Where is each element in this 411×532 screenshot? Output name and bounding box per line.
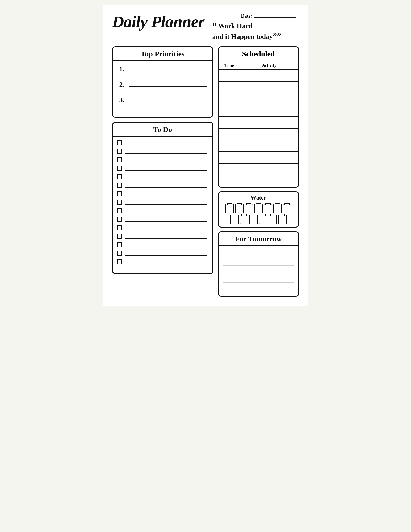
schedule-activity-cell[interactable] <box>240 163 298 175</box>
right-column: Scheduled Time Activity <box>218 46 299 297</box>
water-cup-11[interactable] <box>259 215 267 224</box>
todo-checkbox[interactable] <box>117 259 122 264</box>
water-box: Water <box>218 191 299 228</box>
todo-line[interactable] <box>125 251 207 256</box>
priority-number-1: 1. <box>119 65 129 73</box>
todo-line[interactable] <box>125 174 207 179</box>
todo-checkbox[interactable] <box>117 183 122 188</box>
schedule-time-cell[interactable] <box>219 93 240 105</box>
tomorrow-line[interactable] <box>223 275 294 283</box>
water-cup-5[interactable] <box>264 204 272 213</box>
schedule-activity-cell[interactable] <box>240 128 298 140</box>
todo-checkbox[interactable] <box>117 208 122 213</box>
schedule-activity-cell[interactable] <box>240 105 298 117</box>
schedule-activity-cell[interactable] <box>240 70 298 81</box>
todo-checkbox[interactable] <box>117 174 122 179</box>
schedule-time-cell[interactable] <box>219 163 240 175</box>
priorities-header: Top Priorities <box>113 47 212 61</box>
schedule-activity-cell[interactable] <box>240 140 298 152</box>
todo-item <box>117 183 207 188</box>
water-cup-10[interactable] <box>249 215 258 224</box>
todo-checkbox[interactable] <box>117 166 122 171</box>
schedule-time-cell[interactable] <box>219 105 240 117</box>
schedule-activity-cell[interactable] <box>240 175 298 187</box>
schedule-time-cell[interactable] <box>219 152 240 163</box>
schedule-activity-cell[interactable] <box>240 152 298 163</box>
water-cup-6[interactable] <box>273 204 282 213</box>
todo-item <box>117 242 207 247</box>
schedule-activity-cell[interactable] <box>240 81 298 93</box>
todo-item <box>117 259 207 264</box>
todo-line[interactable] <box>125 259 207 264</box>
priority-number-2: 2. <box>119 81 129 89</box>
tomorrow-line[interactable] <box>223 250 294 257</box>
planner-page: Daily Planner Date: “ Work Hard and it H… <box>103 5 308 306</box>
todo-line[interactable] <box>125 225 207 230</box>
main-content: Top Priorities 1. 2. 3. <box>112 46 299 297</box>
todo-checkbox[interactable] <box>117 217 122 222</box>
priority-line-3[interactable] <box>129 96 207 102</box>
todo-checkbox[interactable] <box>117 225 122 230</box>
schedule-time-cell[interactable] <box>219 128 240 140</box>
priority-line-1[interactable] <box>129 65 207 71</box>
water-cup-3[interactable] <box>245 204 253 213</box>
quote-open: “ <box>212 21 216 31</box>
schedule-time-cell[interactable] <box>219 117 240 128</box>
todo-line[interactable] <box>125 140 207 145</box>
todo-checkbox[interactable] <box>117 234 122 239</box>
todo-checkbox[interactable] <box>117 157 122 162</box>
schedule-row <box>219 152 298 163</box>
schedule-row <box>219 163 298 175</box>
water-cup-7[interactable] <box>283 204 291 213</box>
todo-checkbox[interactable] <box>117 242 122 247</box>
water-cup-8[interactable] <box>230 215 239 224</box>
quote-close: ”” <box>273 31 281 41</box>
todo-line[interactable] <box>125 191 207 196</box>
schedule-row <box>219 128 298 140</box>
todo-checkbox[interactable] <box>117 149 122 154</box>
todo-checkbox[interactable] <box>117 251 122 256</box>
water-cup-2[interactable] <box>235 204 244 213</box>
todo-box: To Do <box>112 122 213 274</box>
water-cup-12[interactable] <box>269 215 277 224</box>
todo-line[interactable] <box>125 208 207 213</box>
date-underline-field[interactable] <box>254 17 296 18</box>
quote-line1: Work Hard <box>218 22 252 30</box>
schedule-time-cell[interactable] <box>219 81 240 93</box>
priority-line-2[interactable] <box>129 81 207 87</box>
schedule-time-cell[interactable] <box>219 70 240 81</box>
todo-checkbox[interactable] <box>117 140 122 145</box>
todo-line[interactable] <box>125 149 207 154</box>
todo-line[interactable] <box>125 157 207 162</box>
water-cup-13[interactable] <box>278 215 287 224</box>
time-column-header: Time <box>219 61 240 70</box>
todo-checkbox[interactable] <box>117 200 122 205</box>
tomorrow-line[interactable] <box>223 267 294 274</box>
water-cup-9[interactable] <box>240 215 248 224</box>
todo-item <box>117 149 207 154</box>
todo-line[interactable] <box>125 183 207 188</box>
todo-header: To Do <box>113 123 212 137</box>
water-cups <box>219 202 298 227</box>
schedule-time-cell[interactable] <box>219 175 240 187</box>
todo-checkbox[interactable] <box>117 191 122 196</box>
todo-line[interactable] <box>125 234 207 239</box>
todo-line[interactable] <box>125 200 207 205</box>
todo-content <box>113 137 212 273</box>
todo-line[interactable] <box>125 217 207 222</box>
todo-item <box>117 225 207 230</box>
date-line: Date: <box>241 13 296 19</box>
todo-line[interactable] <box>125 242 207 247</box>
schedule-row <box>219 81 298 93</box>
tomorrow-line[interactable] <box>223 258 294 266</box>
todo-item <box>117 140 207 145</box>
tomorrow-line[interactable] <box>223 284 294 291</box>
header: Daily Planner Date: “ Work Hard and it H… <box>112 13 299 42</box>
schedule-activity-cell[interactable] <box>240 117 298 128</box>
left-column: Top Priorities 1. 2. 3. <box>112 46 213 274</box>
todo-line[interactable] <box>125 166 207 171</box>
schedule-activity-cell[interactable] <box>240 93 298 105</box>
water-cup-1[interactable] <box>225 204 234 213</box>
schedule-time-cell[interactable] <box>219 140 240 152</box>
water-cup-4[interactable] <box>254 204 263 213</box>
